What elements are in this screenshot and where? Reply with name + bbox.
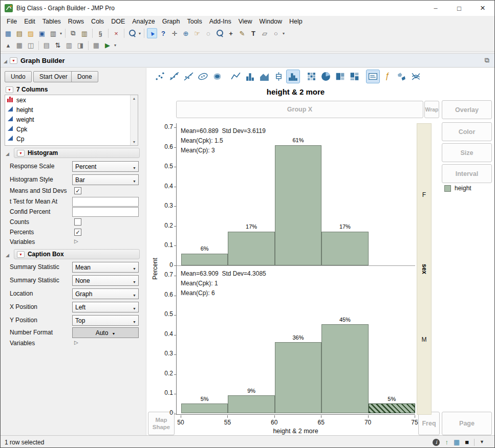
excluded-rows-icon[interactable]: ▤ <box>41 40 52 51</box>
histogram-bar[interactable] <box>275 342 321 413</box>
ttest-input[interactable] <box>72 197 139 207</box>
move-up-icon[interactable] <box>445 439 448 445</box>
drop-zone-page[interactable]: Page <box>442 412 492 435</box>
column-item-sex[interactable]: sex <box>5 95 138 105</box>
palette-smoother-icon[interactable] <box>167 70 181 83</box>
palette-line-icon[interactable] <box>229 70 243 83</box>
palette-mosaic-icon[interactable] <box>348 70 361 83</box>
scroll-down-icon[interactable] <box>133 139 136 145</box>
x-position-select[interactable]: Left <box>72 302 139 312</box>
outline-disclosure-icon[interactable] <box>6 250 9 259</box>
group-level-label[interactable]: F <box>417 191 431 198</box>
menu-edit[interactable]: Edit <box>20 16 39 27</box>
matrix-view-icon[interactable]: ◫ <box>26 40 36 51</box>
counts-checkbox[interactable] <box>74 218 81 226</box>
crosshair-tool-icon[interactable]: + <box>226 28 236 38</box>
arrow-tool-icon[interactable]: ▲ <box>147 28 157 38</box>
outline-disclosure-icon[interactable] <box>6 148 9 158</box>
palette-histogram-icon[interactable] <box>286 70 300 83</box>
done-button[interactable]: Done <box>71 71 98 82</box>
y-position-select[interactable]: Top <box>72 315 139 326</box>
info-icon[interactable] <box>433 439 440 446</box>
histogram-style-select[interactable]: Bar <box>72 174 139 185</box>
move-tool-icon[interactable]: ✛ <box>169 28 180 38</box>
drop-zone-interval[interactable]: Interval <box>442 164 492 183</box>
variables-disclosure-icon[interactable] <box>74 340 78 345</box>
red-triangle-menu-icon[interactable] <box>17 251 25 258</box>
column-item-height[interactable]: height <box>5 105 138 115</box>
outline-disclosure-icon[interactable] <box>4 56 7 65</box>
new-journal-icon[interactable]: ▤ <box>14 28 25 38</box>
drop-zone-wrap[interactable]: Wrap <box>424 101 439 118</box>
palette-bar-icon[interactable] <box>243 70 257 83</box>
palette-line-of-fit-icon[interactable] <box>182 70 196 83</box>
menu-cols[interactable]: Cols <box>88 16 107 27</box>
column-item-cpk[interactable]: Cpk <box>5 124 138 134</box>
variables-disclosure-icon[interactable] <box>74 238 78 244</box>
column-headers-icon[interactable]: ▥ <box>64 40 74 51</box>
menu-tables[interactable]: Tables <box>39 16 64 27</box>
status-menu-arrow-icon[interactable] <box>480 440 484 444</box>
menu-window[interactable]: Window <box>256 16 286 27</box>
dock-window-icon[interactable] <box>485 56 489 64</box>
run-script-icon[interactable]: ▶ <box>102 40 113 51</box>
menu-view[interactable]: View <box>235 16 256 27</box>
maximize-button[interactable] <box>447 1 471 16</box>
histogram-bar[interactable] <box>228 232 274 265</box>
columns-scrollbar[interactable] <box>130 95 138 145</box>
paste-icon[interactable]: ▥ <box>79 28 90 38</box>
distribution-launcher-icon[interactable]: ▴ <box>3 40 13 51</box>
menu-file[interactable]: File <box>3 16 20 27</box>
confid-percent-input[interactable] <box>72 207 139 217</box>
start-over-button[interactable]: Start Over <box>33 71 74 82</box>
histogram-bar[interactable] <box>321 324 368 413</box>
drop-zone-freq[interactable]: Freq <box>418 412 440 435</box>
close-button[interactable] <box>471 1 494 16</box>
histogram-bar[interactable] <box>228 395 274 413</box>
histogram-bar[interactable] <box>321 232 368 265</box>
sort-ascending-icon[interactable]: ⇅ <box>53 40 63 51</box>
copy-icon[interactable]: ⧉ <box>68 28 78 38</box>
menu-doe[interactable]: DOE <box>107 16 128 27</box>
save-icon[interactable]: ▣ <box>37 28 47 38</box>
palette-points-icon[interactable] <box>153 70 167 83</box>
palette-pie-icon[interactable] <box>319 70 333 83</box>
toolbar-overflow-arrow-icon[interactable] <box>282 31 285 36</box>
drop-zone-overlay[interactable]: Overlay <box>442 100 492 119</box>
drop-zone-group-x[interactable]: Group X <box>176 101 423 118</box>
summary-statistic-2-select[interactable]: None <box>72 275 139 286</box>
palette-box-plot-icon[interactable] <box>272 70 286 83</box>
menu-help[interactable]: Help <box>286 16 306 27</box>
red-triangle-menu-icon[interactable] <box>6 86 13 93</box>
undo-button[interactable]: Undo <box>5 71 32 82</box>
red-triangle-menu-icon[interactable] <box>17 150 25 156</box>
histogram-bar[interactable] <box>181 254 228 265</box>
palette-treemap-icon[interactable] <box>333 70 347 83</box>
palette-ellipse-icon[interactable] <box>196 70 210 83</box>
stop-icon[interactable] <box>465 439 469 445</box>
oval-tool-icon[interactable]: ○ <box>271 28 281 38</box>
minimize-button[interactable] <box>424 1 447 16</box>
group-level-label[interactable]: M <box>417 336 431 343</box>
edit-script-icon[interactable]: § <box>95 28 105 38</box>
summary-statistic-select[interactable]: Mean <box>72 262 139 273</box>
search-icon[interactable] <box>127 28 137 38</box>
legend-swatch[interactable] <box>444 185 451 192</box>
palette-caption-box-icon[interactable] <box>366 70 380 83</box>
drop-zone-color[interactable]: Color <box>442 122 492 141</box>
column-item-weight[interactable]: weight <box>5 115 138 124</box>
toolbar-overflow-arrow-icon[interactable] <box>114 43 117 48</box>
toolbar-overflow-arrow-icon[interactable] <box>59 31 62 36</box>
palette-contour-icon[interactable] <box>210 70 224 83</box>
globe-tool-icon[interactable]: ⊕ <box>181 28 191 38</box>
menu-graph[interactable]: Graph <box>159 16 184 27</box>
column-item-cp[interactable]: Cp <box>5 134 138 144</box>
palette-parallel-icon[interactable] <box>409 70 423 83</box>
percents-checkbox[interactable] <box>74 229 81 236</box>
red-triangle-menu-icon[interactable] <box>10 57 17 64</box>
location-select[interactable]: Graph <box>72 288 139 299</box>
palette-formula-icon[interactable]: ƒ <box>380 70 394 83</box>
x-axis[interactable]: height & 2 more 505560657075 <box>176 415 415 435</box>
y-axis[interactable]: 0.70.60.50.40.30.20.100.70.60.50.40.30.2… <box>156 123 174 415</box>
polygon-tool-icon[interactable]: ▱ <box>260 28 270 38</box>
